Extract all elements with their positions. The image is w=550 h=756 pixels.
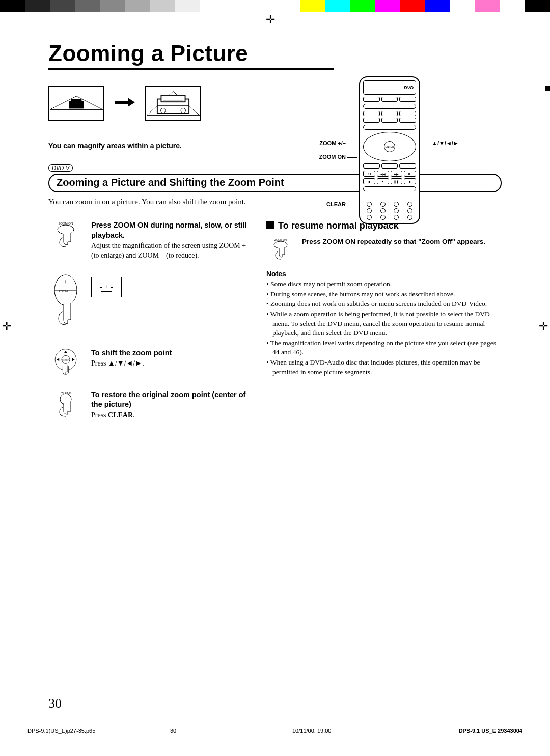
remote-label-zoom-pm: ZOOM +/– xyxy=(312,140,359,146)
notes-heading: Notes xyxy=(266,270,502,278)
remote-label-arrows: ▲/▼/◄/► xyxy=(420,140,461,146)
dvd-logo-icon: DVD xyxy=(404,85,414,90)
svg-point-9 xyxy=(181,108,185,113)
edge-mark xyxy=(545,86,550,91)
page-title: Zooming a Picture xyxy=(48,41,502,66)
step1-body: Adjust the magnification of the screen u… xyxy=(91,242,246,259)
note-item: When using a DVD-Audio disc that include… xyxy=(266,358,502,377)
footer-file: DPS-9.1(US_E)p27-35.p65 xyxy=(28,727,170,734)
zoom-frame-icon: + xyxy=(91,277,122,297)
remote-label-zoom-on: ZOOM ON xyxy=(312,154,359,160)
step2-heading: To shift the zoom point xyxy=(91,348,252,358)
remote-body: DVD ENTER ⏮◀◀▶▶⏭ ◀■❚❚▶ xyxy=(359,76,420,224)
svg-text:+: + xyxy=(64,278,68,286)
svg-text:ZOOM ON: ZOOM ON xyxy=(274,238,287,241)
step3-heading: To restore the original zoom point (cent… xyxy=(91,390,252,410)
car-near-icon xyxy=(145,86,201,121)
remote-illustration: DVD ENTER ⏮◀◀▶▶⏭ ◀■❚❚▶ ZOOM +/– ZOOM ON … xyxy=(313,76,456,229)
crop-mark-icon xyxy=(265,14,276,25)
zoom-on-button-icon: ZOOM ON xyxy=(266,237,295,262)
plus-icon: + xyxy=(101,283,112,292)
column-divider xyxy=(48,434,252,434)
note-item: Zooming does not work on subtitles or me… xyxy=(266,299,502,309)
svg-rect-3 xyxy=(71,99,82,103)
note-item: Some discs may not permit zoom operation… xyxy=(266,279,502,289)
notes-list: Some discs may not permit zoom operation… xyxy=(266,279,502,377)
crop-mark-icon xyxy=(538,321,549,332)
footer-page: 30 xyxy=(170,727,292,734)
remote-label-clear: CLEAR xyxy=(312,201,359,207)
svg-point-27 xyxy=(274,241,287,248)
enter-button-icon: ENTER xyxy=(384,141,395,152)
crop-mark-icon xyxy=(1,321,12,332)
svg-point-11 xyxy=(58,225,74,234)
step3-body-c: . xyxy=(133,411,135,419)
print-calibration-strip xyxy=(0,0,550,12)
svg-point-8 xyxy=(160,108,165,113)
title-rule xyxy=(48,68,334,71)
step1-heading: Press ZOOM ON during normal, slow, or st… xyxy=(91,220,252,240)
svg-text:ENTER: ENTER xyxy=(62,359,69,361)
remote-display: DVD xyxy=(363,80,416,95)
footer-timestamp: 10/11/00, 19:00 xyxy=(292,727,459,734)
step3-body-b: CLEAR xyxy=(108,411,133,419)
step3-body-a: Press xyxy=(91,411,108,419)
left-column: ZOOM ON Press ZOOM ON during normal, slo… xyxy=(48,220,252,434)
print-footer: DPS-9.1(US_E)p27-35.p65 30 10/11/00, 19:… xyxy=(28,724,522,734)
note-item: While a zoom operation is being performe… xyxy=(266,310,502,338)
zoom-pm-button-icon: + – ZOOM xyxy=(48,274,83,335)
right-column: To resume normal playback ZOOM ON Press … xyxy=(266,220,502,434)
footer-doc-id: DPS-9.1 US_E 29343004 xyxy=(459,727,522,734)
car-far-icon xyxy=(48,86,104,121)
note-item: During some scenes, the buttons may not … xyxy=(266,290,502,299)
note-item: The magnification level varies depending… xyxy=(266,339,502,357)
svg-text:ZOOM: ZOOM xyxy=(59,290,68,293)
dpad-icon: ENTER xyxy=(363,132,416,161)
resume-instruction: Press ZOOM ON repeatedly so that "Zoom O… xyxy=(302,237,502,246)
zoom-on-button-icon: ZOOM ON xyxy=(48,220,83,249)
dvd-v-badge: DVD-V xyxy=(48,164,73,172)
dpad-press-icon: ENTER xyxy=(48,348,83,377)
page-number: 30 xyxy=(48,696,62,711)
svg-text:–: – xyxy=(64,294,68,301)
arrow-right-icon xyxy=(114,96,136,110)
clear-button-icon: CLEAR xyxy=(48,390,83,418)
icon-label: ZOOM ON xyxy=(59,222,73,225)
step2-body: Press ▲/▼/◄/►. xyxy=(91,359,144,367)
